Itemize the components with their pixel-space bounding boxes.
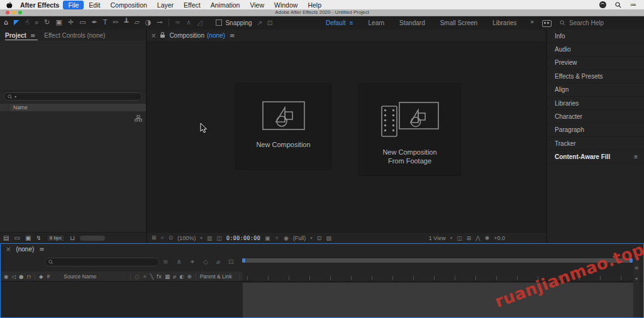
delete-icon[interactable]: ⊔	[70, 234, 75, 241]
vertex-tool[interactable]: ∧	[186, 16, 191, 29]
view-layout-value[interactable]: 1 View	[429, 235, 446, 241]
3d-layer-icon[interactable]: ⊕	[187, 273, 192, 280]
sidebar-item-align[interactable]: Align	[547, 84, 644, 97]
help-search-field[interactable]: Search Help	[560, 16, 604, 30]
magnification-value[interactable]: (100%)	[177, 235, 196, 241]
tab-composition[interactable]: Composition (none)	[169, 32, 225, 39]
shared-view-icon[interactable]: ◫	[457, 235, 462, 241]
ws-item-learn[interactable]: Learn	[369, 19, 385, 26]
sidebar-item-audio[interactable]: Audio	[547, 43, 644, 56]
parent-link-column-label[interactable]: Parent & Link	[200, 273, 232, 280]
workspace-overflow-icon[interactable]: »	[530, 18, 534, 25]
snapshot-icon[interactable]: ▣	[265, 235, 270, 241]
sidebar-item-libraries[interactable]: Libraries	[547, 97, 644, 110]
shy-icon[interactable]: ◌	[135, 273, 139, 280]
magnification-icon[interactable]: ⊙	[169, 234, 174, 241]
pen-tool[interactable]: ✒	[92, 16, 97, 29]
type-tool[interactable]: T	[103, 16, 108, 29]
sidebar-item-content-aware-fill[interactable]: Content-Aware Fill	[547, 151, 644, 164]
hand-tool[interactable]: ☝	[25, 16, 29, 29]
fast-previews-icon[interactable]: ⋀	[475, 235, 480, 241]
show-snapshot-icon[interactable]: ✧	[274, 235, 279, 241]
hide-shy-layers-icon[interactable]: ✦	[190, 258, 195, 265]
bit-depth-button[interactable]: 8 bpc	[47, 234, 65, 242]
menu-item-window[interactable]: Window	[269, 1, 303, 9]
frame-blending-icon[interactable]: ◇	[203, 258, 208, 265]
exposure-value[interactable]: +0.0	[494, 235, 505, 241]
menu-item-file[interactable]: File	[63, 1, 84, 9]
region-of-interest-icon[interactable]: ⊡	[317, 235, 322, 241]
sidebar-item-preview[interactable]: Preview	[547, 57, 644, 70]
source-name-column-label[interactable]: Source Name	[64, 273, 96, 280]
blend-icon[interactable]: ◐	[179, 273, 184, 280]
zoom-tool[interactable]: ⌕	[35, 16, 38, 29]
flowchart-icon[interactable]	[135, 115, 142, 122]
sidebar-item-paragraph[interactable]: Paragraph	[547, 124, 644, 137]
tab-project[interactable]: Project	[5, 32, 26, 39]
timeline-right-scrollbar[interactable]: ▤ ◈	[633, 255, 640, 317]
tab-effect-controls[interactable]: Effect Controls (none)	[44, 32, 105, 39]
quality-icon[interactable]: ╲	[150, 273, 153, 280]
comp-button-icon[interactable]: ◈	[635, 276, 638, 280]
ws-item-small-screen[interactable]: Small Screen	[440, 19, 477, 26]
menu-item-effect[interactable]: Effect	[179, 1, 206, 9]
close-panel-icon[interactable]: ×	[151, 32, 156, 39]
eraser-tool[interactable]: ▱	[134, 16, 139, 29]
pan-behind-tool[interactable]: ✛	[68, 16, 74, 29]
ws-item-default[interactable]: Default	[326, 19, 353, 26]
spotlight-search-icon[interactable]	[615, 2, 621, 8]
draft-3d-icon[interactable]: ⋔	[176, 258, 181, 265]
video-eye-icon[interactable]: ◉	[4, 273, 8, 280]
ws-item-libraries[interactable]: Libraries	[492, 19, 516, 26]
menu-item-help[interactable]: Help	[303, 1, 326, 9]
name-column-header[interactable]: Name	[0, 104, 146, 111]
collapse-icon[interactable]: ✧	[143, 273, 147, 280]
search-dropdown-arrow-icon[interactable]: ▾	[14, 94, 16, 99]
home-icon[interactable]: ⌂	[4, 16, 8, 29]
new-composition-from-footage-button[interactable]: New Composition From Footage	[358, 83, 461, 176]
current-timecode[interactable]: 0:00:00:00	[226, 235, 260, 241]
apple-icon[interactable]	[6, 1, 13, 9]
rotate-tool[interactable]: ↻	[44, 16, 50, 29]
camera-settings-icon[interactable]: ✱	[485, 235, 490, 241]
timeline-panel-menu-icon[interactable]: ≡	[39, 246, 44, 253]
brush-tool[interactable]: ✏	[113, 16, 119, 29]
control-center-icon[interactable]: ≔	[630, 1, 636, 8]
graph-editor-icon[interactable]: ⊡	[228, 258, 233, 265]
mask-visibility-icon[interactable]: ◫	[216, 235, 222, 241]
pixel-aspect-icon[interactable]: ⊞	[467, 235, 472, 241]
new-composition-button[interactable]: New Composition	[235, 83, 331, 170]
menu-item-view[interactable]: View	[245, 1, 269, 9]
menu-item-composition[interactable]: Composition	[105, 1, 152, 9]
project-search-input[interactable]: ▾	[4, 92, 142, 101]
timeline-tab[interactable]: (none)	[16, 246, 34, 253]
transparency-grid-icon[interactable]: ▨	[326, 235, 331, 241]
new-composition-icon[interactable]: ▣	[25, 234, 31, 241]
menu-item-edit[interactable]: Edit	[84, 1, 105, 9]
safe-guides-icon[interactable]: ▥	[207, 235, 213, 241]
fx-icon[interactable]: fx	[157, 273, 162, 280]
roto-brush-tool[interactable]: ◑	[145, 16, 152, 29]
snap-grid-icon[interactable]: ⊡	[267, 19, 272, 26]
show-channel-icon[interactable]: ◉	[284, 235, 289, 241]
main-viewer-icon[interactable]: ⌗	[161, 234, 164, 241]
audio-icon[interactable]: ◁	[11, 273, 16, 280]
track-area[interactable]	[243, 283, 633, 317]
shape-tool[interactable]: ▭	[79, 16, 86, 29]
layer-list-area[interactable]	[1, 282, 243, 317]
resolution-value[interactable]: (Full)	[293, 235, 306, 241]
puppet-pin-tool[interactable]: ⊸	[157, 16, 162, 29]
lock-icon[interactable]: ⊓	[26, 273, 31, 280]
sidebar-item-info[interactable]: Info	[547, 30, 644, 43]
sidebar-item-tracker[interactable]: Tracker	[547, 137, 644, 150]
comp-marker-bin-icon[interactable]: ▤	[635, 265, 638, 270]
lock-icon[interactable]	[160, 35, 165, 38]
adjustment-icon[interactable]: ▦	[165, 273, 170, 280]
timeline-search-input[interactable]	[45, 258, 159, 266]
project-panel-menu-icon[interactable]: ≡	[30, 32, 35, 39]
convert-vertex-tool[interactable]: ◿	[197, 16, 202, 29]
project-flowchart-icon[interactable]: ↯	[36, 234, 41, 241]
mask-feather-tool[interactable]: ≈	[175, 16, 180, 29]
snap-features-icon[interactable]: ↗	[257, 19, 262, 26]
menu-item-layer[interactable]: Layer	[152, 1, 179, 9]
